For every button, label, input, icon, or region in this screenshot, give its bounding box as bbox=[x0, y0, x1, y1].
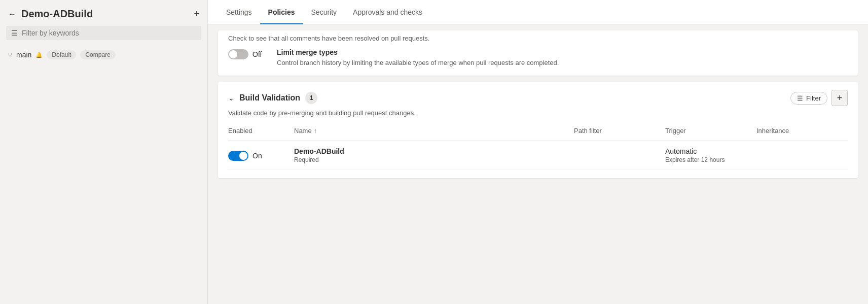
th-name[interactable]: Name ↑ bbox=[294, 125, 574, 137]
limit-merge-types-row: Off Limit merge types Control branch his… bbox=[228, 48, 848, 67]
build-validation-desc: Validate code by pre-merging and buildin… bbox=[228, 109, 848, 117]
row-toggle-label: On bbox=[252, 152, 262, 160]
tabs: Settings Policies Security Approvals and… bbox=[208, 0, 868, 24]
branch-icon: ⑂ bbox=[8, 51, 12, 59]
sidebar: ← Demo-ADBuild + ☰ ⑂ main 🔔 Default Comp… bbox=[0, 0, 208, 304]
td-enabled: On bbox=[228, 150, 294, 161]
td-name: Demo-ADBuild Required bbox=[294, 147, 574, 163]
row-trigger: Automatic bbox=[665, 147, 756, 155]
row-toggle-container: On bbox=[228, 151, 294, 161]
filter-icon: ☰ bbox=[11, 29, 18, 37]
partial-policy-card: Check to see that all comments have been… bbox=[218, 30, 858, 76]
row-trigger-sub: Expires after 12 hours bbox=[665, 156, 756, 163]
tab-policies[interactable]: Policies bbox=[260, 0, 303, 24]
build-validation-add-button[interactable]: + bbox=[831, 90, 848, 106]
th-name-label: Name bbox=[294, 127, 312, 134]
sort-asc-icon: ↑ bbox=[314, 127, 317, 134]
limit-merge-toggle-label: Off bbox=[252, 50, 262, 58]
build-validation-card: ⌄ Build Validation 1 ☰ Filter + Validate… bbox=[218, 82, 858, 178]
row-toggle[interactable] bbox=[228, 151, 248, 161]
branch-compare-tag[interactable]: Compare bbox=[80, 50, 115, 59]
filter-bar: ☰ bbox=[6, 26, 201, 40]
row-name: Demo-ADBuild bbox=[294, 147, 574, 155]
row-sub-name: Required bbox=[294, 156, 574, 163]
branch-row: ⑂ main 🔔 Default Compare bbox=[0, 46, 207, 63]
build-validation-badge: 1 bbox=[305, 92, 317, 104]
tab-approvals[interactable]: Approvals and checks bbox=[345, 0, 430, 24]
build-validation-title: Build Validation bbox=[239, 93, 300, 103]
filter-button-icon: ☰ bbox=[797, 94, 803, 102]
branch-default-tag[interactable]: Default bbox=[47, 50, 76, 59]
sidebar-title: Demo-ADBuild bbox=[21, 8, 189, 20]
limit-merge-toggle-container: Off bbox=[228, 49, 269, 59]
branch-name: main bbox=[16, 51, 31, 59]
th-trigger: Trigger bbox=[665, 125, 756, 137]
build-validation-header: ⌄ Build Validation 1 ☰ Filter + bbox=[228, 90, 848, 106]
toggle-knob bbox=[229, 50, 237, 58]
th-enabled: Enabled bbox=[228, 125, 294, 137]
tab-security[interactable]: Security bbox=[303, 0, 345, 24]
build-validation-filter-button[interactable]: ☰ Filter bbox=[790, 92, 827, 105]
section-actions: ☰ Filter + bbox=[790, 90, 848, 106]
limit-merge-title: Limit merge types bbox=[277, 48, 848, 56]
table-row: On Demo-ADBuild Required Automatic Expir… bbox=[228, 141, 848, 170]
th-path-filter: Path filter bbox=[574, 125, 665, 137]
expand-icon[interactable]: ⌄ bbox=[228, 94, 234, 102]
table-header: Enabled Name ↑ Path filter Trigger Inher… bbox=[228, 125, 848, 141]
sidebar-header: ← Demo-ADBuild + bbox=[0, 0, 207, 26]
sidebar-content bbox=[0, 63, 207, 304]
add-branch-button[interactable]: + bbox=[194, 9, 199, 19]
filter-button-label: Filter bbox=[806, 94, 821, 102]
back-button[interactable]: ← bbox=[8, 10, 16, 19]
filter-input[interactable] bbox=[22, 29, 196, 37]
partial-text: Check to see that all comments have been… bbox=[228, 35, 848, 42]
limit-merge-policy-info: Limit merge types Control branch history… bbox=[277, 48, 848, 67]
limit-merge-toggle[interactable] bbox=[228, 49, 248, 59]
content-area: Check to see that all comments have been… bbox=[208, 24, 868, 304]
main-content: Settings Policies Security Approvals and… bbox=[208, 0, 868, 304]
td-trigger: Automatic Expires after 12 hours bbox=[665, 147, 756, 163]
tab-settings[interactable]: Settings bbox=[218, 0, 260, 24]
toggle-knob bbox=[239, 152, 247, 160]
branch-notification-icon: 🔔 bbox=[35, 52, 43, 58]
th-inheritance: Inheritance bbox=[756, 125, 848, 137]
limit-merge-desc: Control branch history by limiting the a… bbox=[277, 58, 848, 67]
